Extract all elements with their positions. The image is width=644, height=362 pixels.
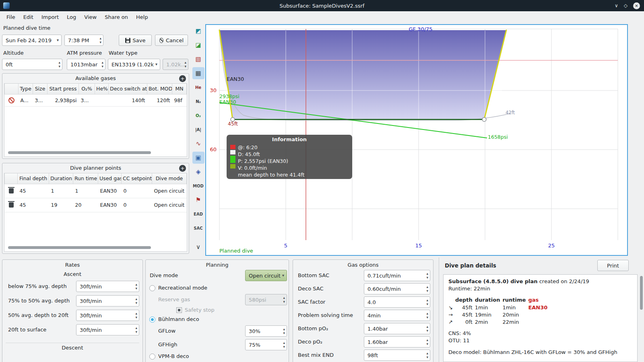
- delete-point-icon[interactable]: [9, 188, 14, 193]
- menu-file[interactable]: File: [2, 12, 19, 22]
- spinner-arrows-icon[interactable]: [426, 272, 428, 280]
- dive-plan-details-title: Dive plan details: [445, 262, 496, 269]
- close-icon[interactable]: [633, 2, 640, 9]
- annotations-icon[interactable]: |A|: [192, 123, 204, 136]
- shade-icon[interactable]: [615, 3, 618, 8]
- spinner-arrows-icon[interactable]: [135, 326, 137, 334]
- tooltip-line: D: 45.0ft: [238, 151, 260, 157]
- spinner-arrows-icon[interactable]: [135, 297, 137, 305]
- spinner-arrows-icon[interactable]: [135, 311, 137, 319]
- safety-stop-checkbox[interactable]: [176, 307, 182, 313]
- spinner-arrows-icon[interactable]: [135, 282, 137, 290]
- dive-date-combo[interactable]: Sun Feb 24, 2019: [2, 35, 62, 46]
- ead-icon[interactable]: EAD: [192, 208, 204, 220]
- problem-time-spinner[interactable]: 4min: [364, 310, 430, 321]
- dive-time-spinner[interactable]: 7:38 PM: [64, 35, 103, 46]
- best-mix-end-spinner[interactable]: 98ft: [364, 350, 430, 361]
- horizontal-scrollbar[interactable]: [8, 246, 151, 249]
- profile-handle[interactable]: [482, 117, 486, 121]
- menu-share-on[interactable]: Share on: [101, 12, 132, 22]
- atm-pressure-spinner[interactable]: 1013mbar: [67, 59, 105, 70]
- print-button[interactable]: Print: [597, 260, 629, 271]
- menu-log[interactable]: Log: [63, 12, 80, 22]
- spinner-arrows-icon[interactable]: [426, 325, 428, 333]
- scroll-down-icon[interactable]: ∨: [192, 241, 204, 253]
- dive-profile-chart[interactable]: GF 30/75 30 60 5 15 25 EAN30 2938psi EAN…: [205, 24, 628, 256]
- chevron-down-icon: [57, 38, 59, 42]
- add-gas-button[interactable]: +: [179, 75, 186, 82]
- menu-view[interactable]: View: [80, 12, 101, 22]
- ascend-arrow-icon: ↗: [448, 319, 455, 326]
- descend-arrow-icon: ↘: [448, 304, 455, 311]
- mod-icon[interactable]: MOD: [192, 180, 204, 192]
- depth-tick-60: 60: [210, 146, 217, 152]
- horizontal-scrollbar[interactable]: [8, 151, 151, 154]
- ascent-rate-spinner[interactable]: 30ft/min: [76, 281, 139, 292]
- vpmb-deco-radio[interactable]: [149, 354, 155, 360]
- deco-po2-spinner[interactable]: 1.60bar: [364, 336, 430, 348]
- ascent-rate-spinner[interactable]: 30ft/min: [76, 295, 139, 306]
- ascent-rate-spinner[interactable]: 30ft/min: [76, 310, 139, 321]
- delete-gas-icon[interactable]: [8, 97, 14, 103]
- time-tick-5: 5: [284, 243, 287, 249]
- water-type-combo[interactable]: EN13319 (1.02k: [108, 59, 160, 70]
- save-button[interactable]: Save: [119, 35, 152, 46]
- pn2-graph-icon[interactable]: ◪: [192, 39, 204, 51]
- tank-bar-icon[interactable]: ◈: [192, 166, 204, 178]
- gas-table-row[interactable]: A... 3... 2,938psi 3... 140ft 120ft 98f: [5, 94, 187, 106]
- menu-edit[interactable]: Edit: [19, 12, 37, 22]
- add-point-button[interactable]: +: [179, 165, 186, 172]
- rates-title: Rates: [2, 262, 142, 268]
- calculated-ceiling-icon[interactable]: ▦: [192, 67, 204, 79]
- sac-icon[interactable]: SAC: [192, 222, 204, 234]
- water-type-label: Water type: [109, 50, 138, 56]
- heart-rate-icon[interactable]: ∿: [192, 138, 204, 150]
- spinner-arrows-icon[interactable]: [58, 60, 60, 68]
- sac-factor-spinner[interactable]: 4.0: [364, 296, 430, 308]
- spinner-arrows-icon[interactable]: [101, 60, 103, 68]
- maximize-icon[interactable]: [624, 3, 627, 8]
- photos-icon[interactable]: ▣: [192, 152, 204, 164]
- spinner-arrows-icon[interactable]: [426, 298, 428, 306]
- he-graph-icon[interactable]: He: [192, 81, 204, 93]
- spinner-arrows-icon[interactable]: [426, 338, 428, 346]
- spinner-arrows-icon[interactable]: [426, 351, 428, 359]
- info-tooltip[interactable]: Information @: 6:20 D: 45.0ft P: 2,557ps…: [227, 135, 352, 179]
- recreational-mode-label: Recreational mode: [158, 285, 207, 291]
- level-arrow-icon: →: [448, 311, 455, 319]
- bottom-sac-spinner[interactable]: 0.71cuft/min: [364, 270, 430, 281]
- dive-plan-details-panel: Dive plan details Print Subsurface (4.8.…: [439, 257, 644, 362]
- deco-sac-spinner[interactable]: 0.60cuft/min: [364, 283, 430, 294]
- spinner-arrows-icon[interactable]: [426, 311, 428, 319]
- rate-label: 50% avg. depth to 20ft: [8, 310, 68, 321]
- ascent-rate-spinner[interactable]: 30ft/min: [76, 324, 139, 335]
- menu-help[interactable]: Help: [132, 12, 152, 22]
- menu-import[interactable]: Import: [37, 12, 63, 22]
- gas-options-panel: Gas options Bottom SAC 0.71cuft/min Deco…: [293, 259, 433, 362]
- dive-planner-points-table: Final depth Duration Run time Used gas C…: [4, 173, 187, 252]
- n2-graph-icon[interactable]: N₂: [192, 95, 204, 107]
- buhlmann-deco-label: Bühlmann deco: [158, 316, 199, 322]
- ndl-icon[interactable]: ⚑: [192, 194, 204, 206]
- delete-point-icon[interactable]: [9, 202, 14, 208]
- o2-graph-icon[interactable]: O₂: [192, 109, 204, 121]
- recreational-mode-radio[interactable]: [149, 285, 155, 291]
- cancel-button[interactable]: Cancel: [155, 35, 188, 46]
- vertical-scrollbar[interactable]: [640, 276, 643, 310]
- ceiling-icon[interactable]: ▧: [192, 53, 204, 65]
- buhlmann-deco-radio[interactable]: [149, 317, 155, 323]
- spinner-arrows-icon[interactable]: [99, 36, 101, 44]
- spinner-arrows-icon[interactable]: [283, 327, 285, 335]
- altitude-spinner[interactable]: 0ft: [2, 59, 62, 70]
- available-gases-title: Available gases: [2, 75, 189, 81]
- spinner-arrows-icon[interactable]: [283, 341, 285, 349]
- planner-point-row[interactable]: 45 1 1 EAN30 0 Open circuit: [5, 184, 187, 198]
- gfhigh-spinner[interactable]: 75%: [245, 339, 287, 350]
- gflow-spinner[interactable]: 30%: [245, 325, 287, 337]
- planner-point-row[interactable]: 45 19 20 EAN30 0 Open circuit: [5, 198, 187, 212]
- po2-graph-icon[interactable]: ◩: [192, 25, 204, 37]
- dive-mode-combo[interactable]: Open circuit: [245, 270, 287, 281]
- spinner-arrows-icon[interactable]: [426, 285, 428, 293]
- time-tick-25: 25: [548, 243, 555, 249]
- bottom-po2-spinner[interactable]: 1.40bar: [364, 323, 430, 334]
